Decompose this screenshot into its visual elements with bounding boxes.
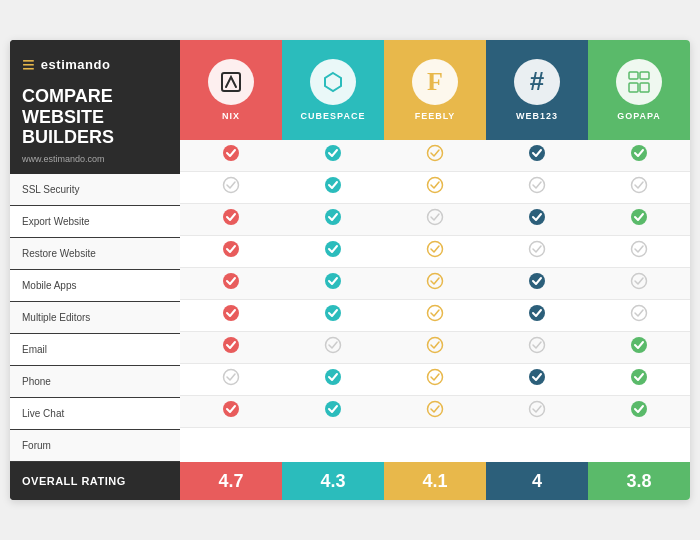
cell-cubespace-4 [282,268,384,299]
check-icon-filled-dark [528,208,546,230]
cell-feebly-4 [384,268,486,299]
check-icon-filled-teal [324,272,342,294]
svg-point-13 [530,178,545,193]
cell-gopapa-7 [588,364,690,395]
content-area: NIXCUBESPACEFFEEBLY#WEB123GOPAPA [180,40,690,500]
feature-label-row: Email [10,334,180,366]
svg-rect-3 [629,83,638,92]
table-row [180,268,690,300]
cell-nix-7 [180,364,282,395]
check-icon-filled-red [222,240,240,262]
table-row [180,332,690,364]
cell-gopapa-8 [588,396,690,427]
check-icon-outline-gray [528,400,546,422]
check-icon-outline-gray [222,176,240,198]
cell-gopapa-5 [588,300,690,331]
rating-row: 4.74.34.143.8 [180,462,690,500]
svg-point-20 [223,241,239,257]
brand-name-gopapa: GOPAPA [617,111,661,121]
brand-name-feebly: FEEBLY [415,111,456,121]
cell-feebly-1 [384,172,486,203]
check-icon-filled-red [222,208,240,230]
cell-web123-1 [486,172,588,203]
check-icon-filled-red [222,272,240,294]
rating-cell-gopapa: 3.8 [588,462,690,500]
svg-point-37 [428,338,443,353]
check-icon-outline-yellow [426,400,444,422]
rating-cell-nix: 4.7 [180,462,282,500]
check-icon-outline-gray [630,304,648,326]
cell-web123-2 [486,204,588,235]
svg-point-42 [428,370,443,385]
cell-cubespace-8 [282,396,384,427]
brand-col-nix: NIX [180,40,282,140]
check-icon-filled-teal [324,176,342,198]
check-icon-outline-gray [528,240,546,262]
cell-web123-4 [486,268,588,299]
check-icon-outline-yellow [426,304,444,326]
table-row [180,300,690,332]
check-icon-filled-green [630,208,648,230]
check-icon-filled-green [630,400,648,422]
cell-cubespace-0 [282,140,384,171]
cell-gopapa-1 [588,172,690,203]
svg-point-41 [325,369,341,385]
cell-cubespace-3 [282,236,384,267]
rating-value-gopapa: 3.8 [626,471,651,492]
feature-label: Multiple Editors [22,312,90,323]
svg-point-44 [631,369,647,385]
svg-point-25 [223,273,239,289]
check-icon-filled-green [630,144,648,166]
feature-label-row: SSL Security [10,174,180,206]
feature-label: Forum [22,440,51,451]
sidebar-title: Compare Website Builders [22,86,168,148]
table-row [180,204,690,236]
cell-feebly-6 [384,332,486,363]
svg-point-8 [529,145,545,161]
check-icon-filled-dark [528,144,546,166]
cell-nix-0 [180,140,282,171]
check-icon-filled-teal [324,144,342,166]
cell-web123-3 [486,236,588,267]
svg-point-48 [530,402,545,417]
svg-point-30 [223,305,239,321]
svg-point-36 [326,338,341,353]
rating-cell-cubespace: 4.3 [282,462,384,500]
overall-label-cell: Overall Rating [10,462,180,500]
svg-point-29 [632,274,647,289]
svg-point-22 [428,242,443,257]
svg-point-16 [325,209,341,225]
feature-label-row: Mobile Apps [10,270,180,302]
svg-point-14 [632,178,647,193]
svg-point-34 [632,306,647,321]
feature-label-row: Restore Website [10,238,180,270]
table-row [180,172,690,204]
cell-feebly-5 [384,300,486,331]
check-icon-outline-yellow [426,144,444,166]
check-icon-filled-red [222,400,240,422]
cell-cubespace-1 [282,172,384,203]
brand-col-feebly: FFEEBLY [384,40,486,140]
cell-nix-6 [180,332,282,363]
svg-point-10 [224,178,239,193]
check-icon-outline-yellow [426,336,444,358]
comparison-card: ≡ estimando Compare Website Builders www… [10,40,690,500]
cell-web123-0 [486,140,588,171]
check-icon-outline-yellow [426,368,444,390]
rating-value-cubespace: 4.3 [320,471,345,492]
check-icon-filled-red [222,336,240,358]
feature-label: Live Chat [22,408,64,419]
svg-point-49 [631,401,647,417]
feature-list: SSL SecurityExport WebsiteRestore Websit… [10,174,180,462]
cell-nix-2 [180,204,282,235]
table-row [180,236,690,268]
brand-icon-feebly: F [412,59,458,105]
cell-cubespace-2 [282,204,384,235]
cell-web123-6 [486,332,588,363]
feature-label: Email [22,344,47,355]
overall-label: Overall Rating [22,475,126,487]
table-row [180,364,690,396]
svg-point-7 [428,146,443,161]
data-rows [180,140,690,462]
brand-icon-web123: # [514,59,560,105]
